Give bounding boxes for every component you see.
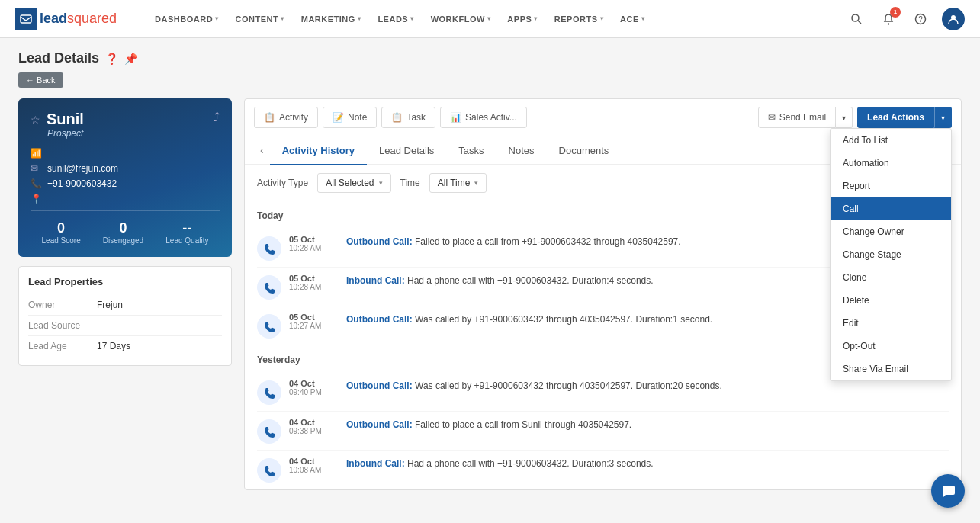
menu-delete[interactable]: Delete — [831, 289, 951, 312]
svg-point-4 — [888, 23, 889, 24]
activity-time-4: 09:40 PM — [289, 388, 339, 396]
activity-link-1[interactable]: Outbound Call: — [346, 236, 413, 247]
lead-age-row: Lead Age 17 Days — [28, 336, 222, 356]
activity-link-2[interactable]: Inbound Call: — [346, 275, 405, 286]
call-icon-5 — [257, 419, 281, 444]
action-bar: 📋 Activity 📝 Note 📋 Task 📊 Sales Activ..… — [245, 99, 961, 136]
tab-notes[interactable]: Notes — [496, 137, 547, 165]
share-icon[interactable]: ⤴ — [214, 111, 220, 124]
activity-link-3[interactable]: Outbound Call: — [346, 314, 413, 325]
activity-type-arrow: ▾ — [379, 179, 383, 187]
page-title: Lead Details — [18, 50, 99, 66]
menu-call[interactable]: Call — [831, 197, 951, 220]
time-select[interactable]: All Time ▾ — [429, 173, 487, 193]
nav-arrow-content: ▾ — [281, 15, 284, 22]
activity-meta-5: 04 Oct 09:38 PM — [289, 418, 339, 435]
email-row: ✉ sunil@frejun.com — [31, 163, 220, 174]
note-button[interactable]: 📝 Note — [323, 107, 377, 128]
lead-actions-button[interactable]: Lead Actions — [857, 107, 934, 128]
page-header: Lead Details ❓ 📌 — [18, 50, 962, 66]
owner-value: Frejun — [97, 300, 123, 310]
tab-lead-details[interactable]: Lead Details — [367, 137, 446, 165]
send-email-button[interactable]: ✉ Send Email — [758, 107, 836, 128]
activity-time-3: 10:27 AM — [289, 322, 339, 330]
help-icon[interactable]: ❓ — [105, 53, 118, 65]
activity-type-label: Activity Type — [257, 178, 308, 188]
star-icon[interactable]: ☆ — [31, 114, 40, 126]
activity-item-5: 04 Oct 09:38 PM Outbound Call: Failed to… — [257, 412, 949, 451]
activity-meta-3: 05 Oct 10:27 AM — [289, 313, 339, 330]
activity-date-1: 05 Oct — [289, 235, 339, 244]
menu-opt-out[interactable]: Opt-Out — [831, 335, 951, 358]
lead-actions-dropdown[interactable]: ▾ — [934, 107, 952, 128]
activity-meta-1: 05 Oct 10:28 AM — [289, 235, 339, 252]
nav-item-apps[interactable]: APPS ▾ — [500, 10, 545, 28]
tab-prev-button[interactable]: ‹ — [254, 136, 270, 164]
nav-item-workflow[interactable]: WORKFLOW ▾ — [423, 10, 499, 28]
sales-activ-button[interactable]: 📊 Sales Activ... — [440, 107, 527, 128]
task-icon: 📋 — [391, 112, 403, 123]
nav-arrow-apps: ▾ — [534, 15, 538, 22]
send-email-group: ✉ Send Email ▾ — [758, 107, 853, 128]
notification-button[interactable]: 1 — [878, 8, 899, 30]
search-button[interactable] — [846, 8, 867, 30]
top-navigation: leadsquared DASHBOARD ▾ CONTENT ▾ MARKET… — [0, 0, 980, 38]
time-arrow: ▾ — [474, 179, 478, 187]
svg-point-1 — [852, 14, 859, 21]
menu-clone[interactable]: Clone — [831, 266, 951, 289]
activity-desc-1: Outbound Call: Failed to place a call fr… — [346, 235, 681, 249]
menu-change-owner[interactable]: Change Owner — [831, 220, 951, 243]
activity-link-4[interactable]: Outbound Call: — [346, 380, 413, 391]
nav-item-dashboard[interactable]: DASHBOARD ▾ — [147, 10, 227, 28]
tab-tasks[interactable]: Tasks — [446, 137, 496, 165]
user-avatar[interactable] — [942, 8, 965, 30]
activity-desc-3: Outbound Call: Was called by +91-9000603… — [346, 313, 712, 326]
email-icon-sm: ✉ — [768, 112, 776, 123]
activity-link-6[interactable]: Inbound Call: — [346, 458, 405, 469]
activity-date-3: 05 Oct — [289, 313, 339, 322]
nav-arrow-marketing: ▾ — [358, 15, 361, 22]
nav-item-content[interactable]: CONTENT ▾ — [228, 10, 292, 28]
chat-bubble[interactable] — [931, 474, 965, 502]
location-icon: 📍 — [31, 194, 41, 204]
help-button[interactable]: ? — [910, 8, 931, 30]
menu-add-to-list[interactable]: Add To List — [831, 129, 951, 152]
lead-name-area: ☆ Sunil Prospect — [31, 111, 84, 139]
menu-report[interactable]: Report — [831, 175, 951, 197]
left-panel: ☆ Sunil Prospect ⤴ 📶 ✉ sunil@frejun.com — [18, 98, 232, 366]
signal-row: 📶 — [31, 148, 220, 159]
lead-card: ☆ Sunil Prospect ⤴ 📶 ✉ sunil@frejun.com — [18, 98, 232, 257]
menu-share-via-email[interactable]: Share Via Email — [831, 358, 951, 380]
logo[interactable]: leadsquared — [15, 8, 117, 30]
tab-activity-history[interactable]: Activity History — [270, 137, 367, 165]
note-icon: 📝 — [333, 112, 344, 123]
activity-link-5[interactable]: Outbound Call: — [346, 419, 413, 430]
menu-automation[interactable]: Automation — [831, 152, 951, 175]
back-button[interactable]: ← Back — [18, 72, 63, 88]
nav-arrow-ace: ▾ — [641, 15, 645, 22]
task-button[interactable]: 📋 Task — [381, 107, 435, 128]
nav-item-marketing[interactable]: MARKETING ▾ — [294, 10, 369, 28]
svg-line-2 — [858, 21, 861, 24]
nav-item-leads[interactable]: LEADS ▾ — [370, 10, 421, 28]
menu-edit[interactable]: Edit — [831, 312, 951, 335]
activity-type-value: All Selected — [326, 178, 374, 188]
main-layout: ☆ Sunil Prospect ⤴ 📶 ✉ sunil@frejun.com — [18, 98, 962, 490]
activity-meta-4: 04 Oct 09:40 PM — [289, 379, 339, 396]
activity-time-2: 10:28 AM — [289, 283, 339, 291]
nav-item-ace[interactable]: ACE ▾ — [612, 10, 652, 28]
owner-label: Owner — [28, 300, 97, 310]
activity-time-6: 10:08 AM — [289, 466, 339, 474]
nav-item-reports[interactable]: REPORTS ▾ — [547, 10, 611, 28]
pin-icon[interactable]: 📌 — [124, 53, 137, 65]
phone-row: 📞 +91-9000603432 — [31, 178, 220, 189]
lead-role: Prospect — [47, 128, 84, 139]
tab-documents[interactable]: Documents — [547, 137, 622, 165]
send-email-dropdown[interactable]: ▾ — [836, 107, 853, 128]
activity-button[interactable]: 📋 Activity — [254, 107, 318, 128]
lead-email: sunil@frejun.com — [47, 163, 118, 174]
activity-type-select[interactable]: All Selected ▾ — [317, 173, 390, 193]
menu-change-stage[interactable]: Change Stage — [831, 243, 951, 266]
call-icon-4 — [257, 380, 281, 405]
lead-actions-menu: Add To List Automation Report Call Chang… — [830, 128, 952, 381]
